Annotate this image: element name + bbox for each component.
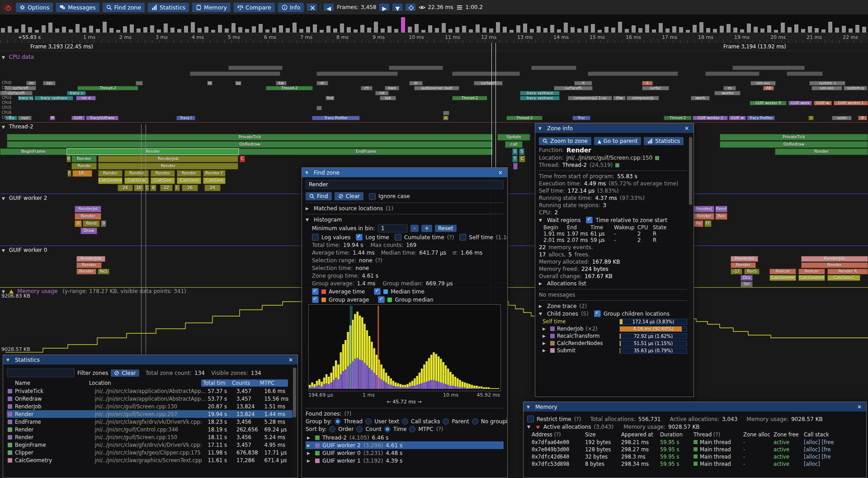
cpu-zone[interactable]: lgik bbox=[380, 96, 396, 100]
statistics-table-row[interactable]: PrivateTickjni/../jni/src/claw/applicati… bbox=[7, 387, 294, 395]
cpu-zone[interactable]: iwork bbox=[691, 96, 710, 100]
timeline-zone[interactable]: RenderJob bbox=[801, 256, 868, 262]
timeline-zone[interactable]: OnRedraw bbox=[720, 141, 868, 148]
timeline-zone[interactable]: 18.. bbox=[72, 170, 92, 177]
close-icon[interactable]: ✕ bbox=[856, 404, 863, 410]
statistics-table-row[interactable]: Renderjni/../jni/src/guif/Control.cpp:34… bbox=[7, 426, 294, 433]
found-zone-group-row[interactable]: ▶GUIF worker 2(3,296)4.61 s bbox=[306, 441, 504, 449]
cpu-zone[interactable]: A bbox=[443, 116, 448, 120]
timeline-zone[interactable]: Render bbox=[151, 170, 175, 177]
cpu-zone[interactable] bbox=[316, 106, 322, 110]
timeline-zone[interactable]: Render bbox=[177, 170, 201, 177]
cpu-zone[interactable]: rot_d bbox=[76, 96, 96, 100]
radio-button[interactable] bbox=[365, 418, 372, 425]
timeline-zone[interactable]: CalcGeo C bbox=[827, 275, 860, 281]
timeline-zone[interactable]: RenderJob bbox=[76, 256, 105, 262]
timeline-zone[interactable]: CalcGeoi bbox=[124, 177, 149, 184]
cpu-usage-segment[interactable] bbox=[531, 66, 576, 70]
thread2-header[interactable]: ▼ Thread-2 bbox=[2, 123, 33, 130]
cpu-zone[interactable]: Tracy I bbox=[176, 116, 195, 120]
wait-column-header[interactable]: CPU bbox=[637, 224, 653, 231]
timeline-zone[interactable]: 24 bbox=[118, 185, 133, 191]
collapse-triangle-icon[interactable]: ▼ bbox=[527, 425, 530, 429]
wait-column-header[interactable]: Time bbox=[590, 224, 614, 231]
cpu-zone[interactable]: su bbox=[235, 81, 241, 85]
close-icon[interactable]: ✕ bbox=[287, 357, 294, 363]
cpu-zone[interactable]: surface! bbox=[474, 81, 503, 85]
timeline-zone[interactable]: 16 bbox=[134, 185, 144, 191]
cpu-zone[interactable]: system-g bbox=[844, 86, 867, 90]
cpu-zone[interactable]: Thread-2 bbox=[77, 86, 138, 90]
timeline-zone[interactable]: C bbox=[240, 156, 245, 162]
column-header-location[interactable]: Location bbox=[87, 379, 201, 387]
collapse-triangle-icon[interactable]: ▼ bbox=[538, 126, 542, 131]
active-allocations-section-label[interactable]: Active allocations bbox=[543, 424, 591, 430]
zone-info-window-titlebar[interactable]: ▼ Zone info ✕ bbox=[535, 123, 693, 133]
collapse-triangle-icon[interactable]: ▶ bbox=[307, 443, 310, 448]
timeline-zone[interactable]: Sel bbox=[741, 281, 753, 287]
close-icon[interactable]: ✕ bbox=[497, 170, 504, 176]
timeline-zone[interactable]: Render bbox=[775, 148, 868, 155]
timeline-zone[interactable]: Rende bbox=[71, 163, 97, 170]
timeline-zone[interactable]: 9 bbox=[101, 220, 106, 227]
collapse-triangle-icon[interactable]: ▼ bbox=[539, 312, 542, 316]
zone-statistics-button[interactable]: Statistics bbox=[644, 137, 684, 145]
found-zone-group-row[interactable]: ▶Thread-2(4,105)6.46 s bbox=[306, 434, 504, 441]
timeline-zone[interactable]: RenderJ bbox=[693, 206, 714, 213]
cpu-zone[interactable]: sysl bbox=[18, 116, 32, 120]
cpu-zone[interactable]: AB bbox=[763, 86, 774, 90]
legend-checkbox[interactable] bbox=[374, 288, 381, 295]
memory-column-header[interactable]: Call stack bbox=[804, 431, 829, 438]
radio-button[interactable] bbox=[443, 418, 449, 425]
cpu-zone[interactable]: Tracy Profiler bbox=[747, 116, 775, 120]
column-header-total-time[interactable]: Total tim bbox=[201, 379, 230, 387]
timeline-zone[interactable]: Rend bbox=[83, 220, 100, 227]
cpu-zone[interactable]: it bbox=[642, 81, 653, 85]
timeline-zone[interactable]: CalcGeoi bbox=[177, 177, 201, 184]
statistics-table-row[interactable]: CalcGeometryjni/../jni/src/claw/graphics… bbox=[7, 456, 294, 464]
timeline-zone[interactable]: Render bbox=[98, 163, 238, 170]
cpu-zone[interactable]: composer@ bbox=[627, 96, 659, 100]
memory-column-header[interactable]: Zone alloc bbox=[743, 431, 770, 438]
cpu-usage-segment[interactable] bbox=[787, 71, 823, 76]
go-to-parent-button[interactable]: ▲ Go to parent bbox=[594, 137, 641, 145]
collapse-triangle-icon[interactable]: ▶ bbox=[542, 348, 546, 353]
timeline-zone[interactable]: PrivateTick bbox=[7, 134, 493, 141]
collapse-triangle-icon[interactable]: ▼ bbox=[2, 125, 5, 129]
radio-button[interactable] bbox=[356, 426, 363, 432]
timeline-zone[interactable]: Render bbox=[66, 148, 239, 155]
cpu-zone[interactable]: GUIF w bbox=[729, 116, 746, 120]
help-icon[interactable]: (?) bbox=[552, 431, 561, 438]
timeline-zone[interactable]: C bbox=[175, 185, 180, 191]
timeline-zone[interactable]: S bbox=[512, 148, 518, 155]
cpu-zone[interactable]: sen-ses bbox=[811, 86, 842, 90]
help-icon[interactable]: (?) bbox=[712, 431, 720, 438]
cpu-zone[interactable]: (Hw bbox=[613, 96, 626, 100]
wait-column-header[interactable]: Wakeup bbox=[614, 224, 637, 231]
radio-button[interactable] bbox=[329, 426, 335, 432]
statistics-window-titlebar[interactable]: ▼ Statistics ✕ bbox=[3, 355, 297, 364]
timeline-zone[interactable]: CalcGeome bbox=[98, 177, 123, 184]
cpu-usage-segment[interactable] bbox=[389, 66, 443, 70]
ignore-case-checkbox[interactable] bbox=[369, 193, 376, 200]
cpu-zone[interactable]: kwo bbox=[385, 86, 399, 90]
timeline-zone[interactable]: 26 bbox=[182, 185, 198, 191]
child-zone-row[interactable]: ▶RenderJob(×2)4.16 ms (92.60%) bbox=[542, 325, 687, 332]
cpu-zone[interactable]: system_s bbox=[809, 81, 845, 85]
cpu-zone[interactable]: syste bbox=[832, 116, 852, 120]
cpu-zone[interactable]: sys bbox=[43, 81, 56, 85]
timeline-zone[interactable]: OnRedraw bbox=[7, 141, 493, 148]
cpu-zone[interactable]: composer@2.1-se bbox=[568, 96, 612, 100]
child-zones-label[interactable]: Child zones bbox=[547, 311, 578, 317]
collapse-triangle-icon[interactable]: ▼ bbox=[306, 218, 309, 222]
statistics-table-row[interactable]: Clipperjni/../jni/src/claw/gfx/geo/Clipp… bbox=[7, 449, 294, 456]
timeline-zone[interactable]: RenderJob bbox=[98, 156, 238, 162]
cpu-zone[interactable]: tracy_systrace bbox=[520, 96, 560, 100]
timeline-zone[interactable]: Rend bbox=[715, 206, 727, 213]
memory-column-header[interactable]: Thread (?) bbox=[693, 431, 720, 438]
collapse-triangle-icon[interactable]: ▶ bbox=[306, 206, 309, 211]
zoom-to-zone-button[interactable]: Zoom to zone bbox=[539, 137, 591, 145]
timeline-zone[interactable]: Render F bbox=[203, 170, 226, 177]
zone-trace-label[interactable]: Zone trace bbox=[547, 303, 576, 309]
cpu-zone[interactable]: surfacefli bbox=[554, 86, 593, 90]
